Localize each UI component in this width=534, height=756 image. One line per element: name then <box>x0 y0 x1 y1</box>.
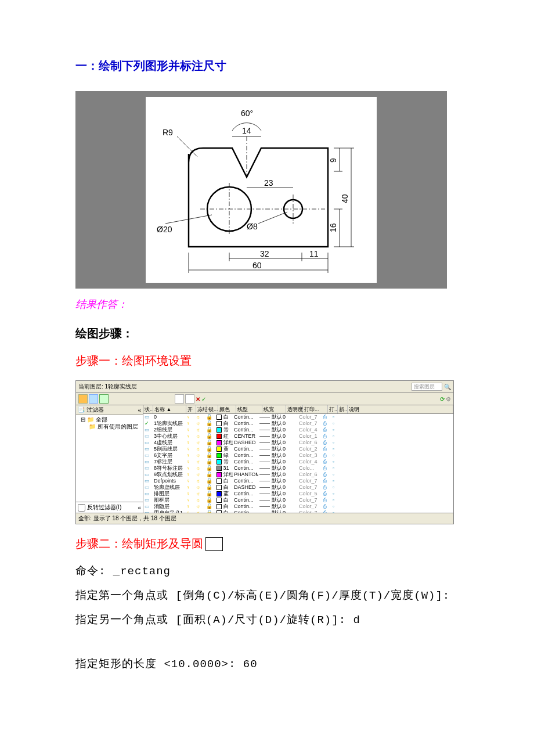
plot-icon: ⎙ <box>323 452 326 458</box>
bulb-icon: ♀ <box>186 427 190 433</box>
lock-icon: 🔓 <box>206 452 212 458</box>
layer-row[interactable]: ▭消隐层♀☼🔓 白Contin...—— 默认0Color_7⎙▫ <box>143 503 453 510</box>
vp-freeze-icon: ▫ <box>333 471 334 477</box>
layer-row[interactable]: ▭0♀☼🔓 白Contin...—— 默认0Color_7⎙▫ <box>143 414 453 420</box>
sun-icon: ☼ <box>196 420 200 426</box>
bulb-icon: ♀ <box>186 452 190 458</box>
steps-heading: 绘图步骤： <box>75 326 459 341</box>
invert-filter-checkbox[interactable]: 反转过滤器(I) <box>78 503 121 512</box>
svg-text:16: 16 <box>329 223 338 232</box>
sun-icon: ☼ <box>196 484 200 490</box>
layer-list-header: 状.. 名称 ▲ 开 冻结 锁... 颜色 线型 线宽 透明度 打印... 打.… <box>143 405 453 414</box>
sun-icon: ☼ <box>196 471 200 477</box>
lock-icon: 🔓 <box>206 471 212 477</box>
bulb-icon: ♀ <box>186 446 190 452</box>
step2-heading: 步骤二：绘制矩形及导圆 <box>75 536 459 552</box>
bulb-icon: ♀ <box>186 465 190 471</box>
bulb-icon: ♀ <box>186 503 190 509</box>
lock-icon: 🔓 <box>206 484 212 490</box>
plot-icon: ⎙ <box>323 484 326 490</box>
layer-states-icon[interactable] <box>89 394 98 404</box>
sun-icon: ☼ <box>196 440 200 445</box>
layer-row[interactable]: ▭排图层♀☼🔓 蓝Contin...—— 默认0Color_5⎙▫ <box>143 491 453 497</box>
layer-row[interactable]: ✓1轮廓实线层♀☼🔓 白Contin...—— 默认0Color_7⎙▫ <box>143 420 453 427</box>
settings-icon[interactable]: ⚙ <box>446 396 451 402</box>
sun-icon: ☼ <box>196 510 200 513</box>
vp-freeze-icon: ▫ <box>333 497 334 503</box>
svg-text:9: 9 <box>329 158 338 163</box>
vp-freeze-icon: ▫ <box>333 484 334 490</box>
expand-tree-icon[interactable]: « <box>138 505 141 511</box>
plot-icon: ⎙ <box>323 440 326 445</box>
plot-icon: ⎙ <box>323 420 326 426</box>
svg-line-25 <box>258 212 287 224</box>
tree-node-used[interactable]: 📁 所有使用的图层 <box>77 423 142 430</box>
layer-filter-icon[interactable] <box>99 394 109 404</box>
layer-row[interactable]: ▭图框层♀☼🔓 白Contin...—— 默认0Color_7⎙▫ <box>143 497 453 503</box>
vp-freeze-icon: ▫ <box>333 440 334 445</box>
command-line-1: 命令: _rectang <box>75 563 459 578</box>
layer-row[interactable]: ▭用户自定义1♀☼🔓 白Contin...—— 默认0Color_7⎙▫ <box>143 510 453 513</box>
bulb-icon: ♀ <box>186 440 190 445</box>
svg-text:32: 32 <box>260 249 269 258</box>
lock-icon: 🔓 <box>206 440 212 445</box>
sun-icon: ☼ <box>196 497 200 503</box>
layer-search-input[interactable]: 搜索图层 <box>412 383 442 391</box>
collapse-tree-icon[interactable]: « <box>138 407 141 413</box>
layer-row[interactable]: ▭4虚线层♀☼🔓 洋红DASHED—— 默认0Color_6⎙▫ <box>143 440 453 446</box>
sun-icon: ☼ <box>196 427 200 433</box>
technical-drawing: 60° 14 R9 9 16 40 <box>146 97 377 283</box>
filter-tree-header: 📑 过滤器 <box>78 406 104 414</box>
layer-row[interactable]: ▭9双点划线层♀☼🔓 洋红PHANTOM—— 默认0Color_6⎙▫ <box>143 471 453 478</box>
layer-row[interactable]: ▭5剖面线层♀☼🔓 黄Contin...—— 默认0Color_2⎙▫ <box>143 446 453 452</box>
new-layer-btn[interactable] <box>175 394 184 404</box>
layer-row[interactable]: ▭2细线层♀☼🔓 青Contin...—— 默认0Color_4⎙▫ <box>143 427 453 433</box>
layer-row[interactable]: ▭8符号标注层♀☼🔓 31Contin...—— 默认0Colo...⎙▫ <box>143 465 453 471</box>
bulb-icon: ♀ <box>186 497 190 503</box>
refresh-icon[interactable]: ⟳ <box>440 396 445 402</box>
sun-icon: ☼ <box>196 459 200 465</box>
main-title: 一：绘制下列图形并标注尺寸 <box>75 58 459 74</box>
sun-icon: ☼ <box>196 433 200 439</box>
delete-layer-icon[interactable]: ✕ <box>196 396 200 402</box>
layer-row[interactable]: ▭7标注层♀☼🔓 青Contin...—— 默认0Color_4⎙▫ <box>143 459 453 465</box>
plot-icon: ⎙ <box>323 414 326 420</box>
svg-text:Ø8: Ø8 <box>247 222 258 231</box>
new-layer-freeze-btn[interactable] <box>185 394 194 404</box>
command-line-4: 指定矩形的长度 <10.0000>: 60 <box>75 656 459 671</box>
bulb-icon: ♀ <box>186 471 190 477</box>
sun-icon: ☼ <box>196 465 200 471</box>
set-current-icon[interactable]: ✓ <box>201 396 206 402</box>
lock-icon: 🔓 <box>206 459 212 465</box>
search-icon[interactable]: 🔍 <box>444 384 451 390</box>
vp-freeze-icon: ▫ <box>333 465 334 471</box>
sun-icon: ☼ <box>196 446 200 452</box>
plot-icon: ⎙ <box>323 427 326 433</box>
plot-icon: ⎙ <box>323 503 326 509</box>
layer-row[interactable]: ▭Defpoints♀☼🔓 白Contin...—— 默认0Color_7⎙▫ <box>143 478 453 484</box>
vp-freeze-icon: ▫ <box>333 459 334 465</box>
sun-icon: ☼ <box>196 503 200 509</box>
vp-freeze-icon: ▫ <box>333 420 334 426</box>
svg-text:R9: R9 <box>163 128 173 137</box>
sun-icon: ☼ <box>196 478 200 484</box>
tree-node-all[interactable]: ⊟ 📁 全部 <box>77 416 142 423</box>
lock-icon: 🔓 <box>206 497 212 503</box>
bulb-icon: ♀ <box>186 491 190 496</box>
sun-icon: ☼ <box>196 414 200 420</box>
layer-row[interactable]: ▭6文字层♀☼🔓 绿Contin...—— 默认0Color_3⎙▫ <box>143 452 453 459</box>
bulb-icon: ♀ <box>186 484 190 490</box>
sun-icon: ☼ <box>196 452 200 458</box>
plot-icon: ⎙ <box>323 497 326 503</box>
bulb-icon: ♀ <box>186 459 190 465</box>
layer-row[interactable]: ▭3中心线层♀☼🔓 红CENTER—— 默认0Color_1⎙▫ <box>143 433 453 440</box>
vp-freeze-icon: ▫ <box>333 452 334 458</box>
layer-manager-panel: 当前图层: 1轮廓实线层 搜索图层 🔍 ✕ ✓ ⟳ ⚙ 📑 过滤器 « <box>75 380 454 524</box>
vp-freeze-icon: ▫ <box>333 503 334 509</box>
new-layer-icon[interactable] <box>78 394 88 404</box>
vp-freeze-icon: ▫ <box>333 478 334 484</box>
layer-row[interactable]: ▭轮廓虚线层♀☼🔓 白DASHED—— 默认0Color_7⎙▫ <box>143 484 453 491</box>
layer-status-bar: 全部: 显示了 18 个图层，共 18 个图层 <box>76 513 453 524</box>
svg-line-9 <box>177 136 197 157</box>
bulb-icon: ♀ <box>186 433 190 439</box>
